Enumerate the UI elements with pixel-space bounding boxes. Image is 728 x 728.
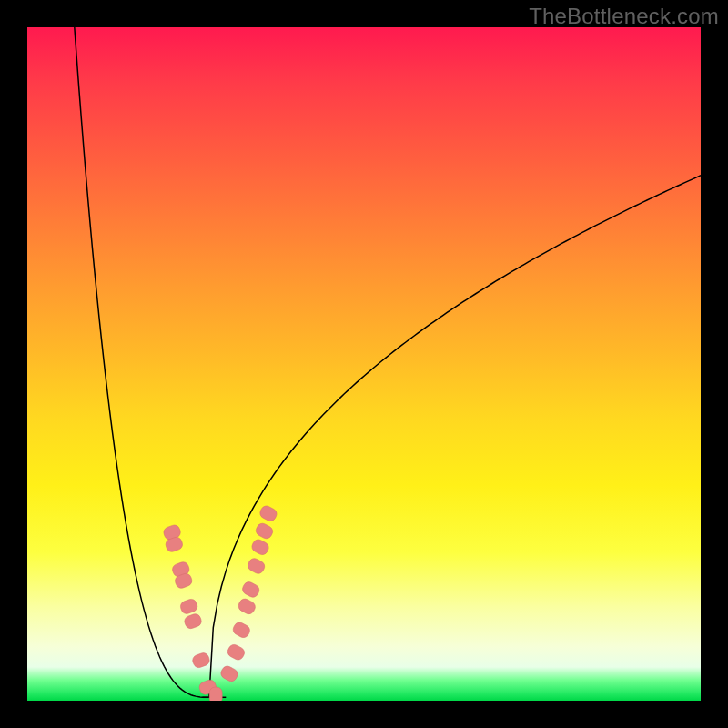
watermark-text: TheBottleneck.com	[529, 4, 719, 29]
chart-frame: TheBottleneck.com	[0, 0, 728, 728]
svg-rect-13	[240, 580, 260, 599]
data-marker	[250, 538, 270, 557]
data-marker	[254, 521, 274, 541]
svg-rect-15	[250, 538, 270, 557]
data-marker	[191, 652, 211, 669]
svg-rect-4	[179, 598, 199, 615]
svg-rect-9	[219, 664, 239, 683]
data-marker	[240, 580, 260, 599]
data-marker	[231, 621, 251, 640]
svg-rect-8	[209, 687, 222, 701]
curve-right	[209, 176, 701, 698]
data-marker	[226, 642, 246, 662]
svg-rect-16	[254, 521, 274, 541]
data-marker	[246, 557, 266, 576]
plot-area	[27, 27, 701, 701]
data-marker	[179, 598, 199, 615]
svg-rect-11	[231, 621, 251, 640]
svg-rect-14	[246, 557, 266, 576]
data-marker	[237, 597, 257, 616]
data-marker	[258, 504, 278, 523]
curve-svg	[27, 27, 701, 701]
svg-rect-17	[258, 504, 278, 523]
svg-rect-12	[237, 597, 257, 616]
svg-rect-10	[226, 642, 246, 662]
data-marker	[219, 664, 239, 683]
data-marker	[209, 687, 222, 701]
svg-rect-6	[191, 652, 211, 669]
data-marker	[183, 612, 203, 630]
curve-left	[75, 27, 209, 697]
svg-rect-5	[183, 612, 203, 630]
